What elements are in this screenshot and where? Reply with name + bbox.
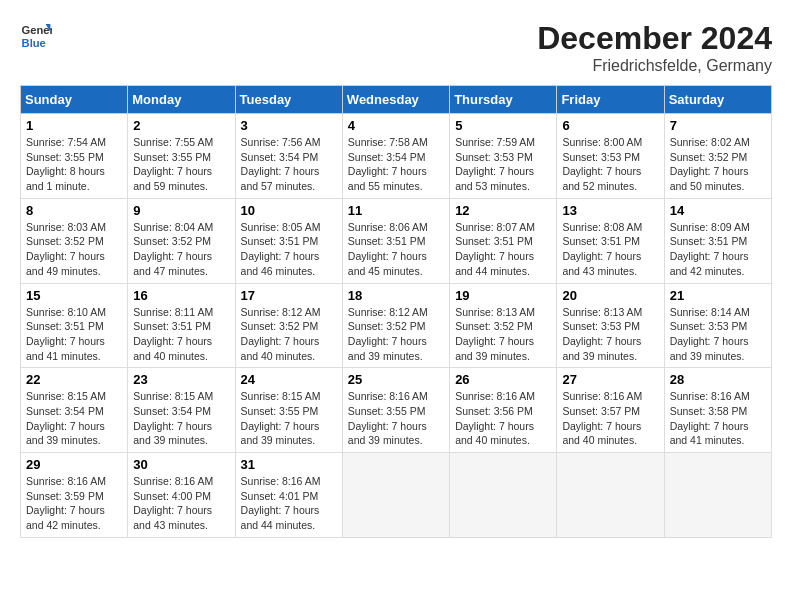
day-cell: 29Sunrise: 8:16 AMSunset: 3:59 PMDayligh… <box>21 453 128 538</box>
day-info: Sunrise: 8:13 AMSunset: 3:53 PMDaylight:… <box>562 306 642 362</box>
day-number: 27 <box>562 372 658 387</box>
day-info: Sunrise: 8:00 AMSunset: 3:53 PMDaylight:… <box>562 136 642 192</box>
day-cell: 11Sunrise: 8:06 AMSunset: 3:51 PMDayligh… <box>342 198 449 283</box>
day-cell: 10Sunrise: 8:05 AMSunset: 3:51 PMDayligh… <box>235 198 342 283</box>
day-info: Sunrise: 7:59 AMSunset: 3:53 PMDaylight:… <box>455 136 535 192</box>
day-number: 19 <box>455 288 551 303</box>
day-info: Sunrise: 8:16 AMSunset: 3:56 PMDaylight:… <box>455 390 535 446</box>
day-cell: 5Sunrise: 7:59 AMSunset: 3:53 PMDaylight… <box>450 114 557 199</box>
empty-cell <box>664 453 771 538</box>
day-number: 22 <box>26 372 122 387</box>
day-cell: 9Sunrise: 8:04 AMSunset: 3:52 PMDaylight… <box>128 198 235 283</box>
logo-icon: General Blue <box>20 20 52 52</box>
header-thursday: Thursday <box>450 86 557 114</box>
day-info: Sunrise: 8:12 AMSunset: 3:52 PMDaylight:… <box>348 306 428 362</box>
day-info: Sunrise: 7:56 AMSunset: 3:54 PMDaylight:… <box>241 136 321 192</box>
day-info: Sunrise: 8:15 AMSunset: 3:54 PMDaylight:… <box>133 390 213 446</box>
day-info: Sunrise: 8:12 AMSunset: 3:52 PMDaylight:… <box>241 306 321 362</box>
day-info: Sunrise: 8:08 AMSunset: 3:51 PMDaylight:… <box>562 221 642 277</box>
day-number: 29 <box>26 457 122 472</box>
day-number: 8 <box>26 203 122 218</box>
day-cell: 18Sunrise: 8:12 AMSunset: 3:52 PMDayligh… <box>342 283 449 368</box>
day-cell: 21Sunrise: 8:14 AMSunset: 3:53 PMDayligh… <box>664 283 771 368</box>
day-info: Sunrise: 7:55 AMSunset: 3:55 PMDaylight:… <box>133 136 213 192</box>
header-monday: Monday <box>128 86 235 114</box>
empty-cell <box>342 453 449 538</box>
day-info: Sunrise: 8:16 AMSunset: 3:57 PMDaylight:… <box>562 390 642 446</box>
day-cell: 19Sunrise: 8:13 AMSunset: 3:52 PMDayligh… <box>450 283 557 368</box>
header-sunday: Sunday <box>21 86 128 114</box>
day-cell: 13Sunrise: 8:08 AMSunset: 3:51 PMDayligh… <box>557 198 664 283</box>
day-cell: 24Sunrise: 8:15 AMSunset: 3:55 PMDayligh… <box>235 368 342 453</box>
day-cell: 25Sunrise: 8:16 AMSunset: 3:55 PMDayligh… <box>342 368 449 453</box>
calendar-week-row: 8Sunrise: 8:03 AMSunset: 3:52 PMDaylight… <box>21 198 772 283</box>
header-saturday: Saturday <box>664 86 771 114</box>
day-cell: 15Sunrise: 8:10 AMSunset: 3:51 PMDayligh… <box>21 283 128 368</box>
day-number: 5 <box>455 118 551 133</box>
day-info: Sunrise: 8:14 AMSunset: 3:53 PMDaylight:… <box>670 306 750 362</box>
day-cell: 14Sunrise: 8:09 AMSunset: 3:51 PMDayligh… <box>664 198 771 283</box>
day-number: 2 <box>133 118 229 133</box>
day-info: Sunrise: 8:13 AMSunset: 3:52 PMDaylight:… <box>455 306 535 362</box>
day-number: 24 <box>241 372 337 387</box>
day-number: 14 <box>670 203 766 218</box>
day-info: Sunrise: 8:15 AMSunset: 3:54 PMDaylight:… <box>26 390 106 446</box>
calendar-table: Sunday Monday Tuesday Wednesday Thursday… <box>20 85 772 538</box>
day-number: 18 <box>348 288 444 303</box>
day-cell: 1Sunrise: 7:54 AMSunset: 3:55 PMDaylight… <box>21 114 128 199</box>
day-info: Sunrise: 7:54 AMSunset: 3:55 PMDaylight:… <box>26 136 106 192</box>
day-info: Sunrise: 8:02 AMSunset: 3:52 PMDaylight:… <box>670 136 750 192</box>
day-cell: 12Sunrise: 8:07 AMSunset: 3:51 PMDayligh… <box>450 198 557 283</box>
day-info: Sunrise: 8:10 AMSunset: 3:51 PMDaylight:… <box>26 306 106 362</box>
day-number: 20 <box>562 288 658 303</box>
day-number: 31 <box>241 457 337 472</box>
calendar-week-row: 22Sunrise: 8:15 AMSunset: 3:54 PMDayligh… <box>21 368 772 453</box>
day-cell: 27Sunrise: 8:16 AMSunset: 3:57 PMDayligh… <box>557 368 664 453</box>
day-info: Sunrise: 8:06 AMSunset: 3:51 PMDaylight:… <box>348 221 428 277</box>
header-tuesday: Tuesday <box>235 86 342 114</box>
header-friday: Friday <box>557 86 664 114</box>
day-number: 3 <box>241 118 337 133</box>
calendar-week-row: 1Sunrise: 7:54 AMSunset: 3:55 PMDaylight… <box>21 114 772 199</box>
day-cell: 28Sunrise: 8:16 AMSunset: 3:58 PMDayligh… <box>664 368 771 453</box>
day-number: 7 <box>670 118 766 133</box>
day-info: Sunrise: 8:07 AMSunset: 3:51 PMDaylight:… <box>455 221 535 277</box>
day-cell: 2Sunrise: 7:55 AMSunset: 3:55 PMDaylight… <box>128 114 235 199</box>
day-cell: 20Sunrise: 8:13 AMSunset: 3:53 PMDayligh… <box>557 283 664 368</box>
day-number: 21 <box>670 288 766 303</box>
day-number: 6 <box>562 118 658 133</box>
day-info: Sunrise: 8:05 AMSunset: 3:51 PMDaylight:… <box>241 221 321 277</box>
day-cell: 6Sunrise: 8:00 AMSunset: 3:53 PMDaylight… <box>557 114 664 199</box>
day-info: Sunrise: 8:04 AMSunset: 3:52 PMDaylight:… <box>133 221 213 277</box>
day-cell: 30Sunrise: 8:16 AMSunset: 4:00 PMDayligh… <box>128 453 235 538</box>
day-number: 11 <box>348 203 444 218</box>
day-cell: 17Sunrise: 8:12 AMSunset: 3:52 PMDayligh… <box>235 283 342 368</box>
empty-cell <box>450 453 557 538</box>
day-number: 10 <box>241 203 337 218</box>
day-info: Sunrise: 7:58 AMSunset: 3:54 PMDaylight:… <box>348 136 428 192</box>
page-header: General Blue December 2024 Friedrichsfel… <box>20 20 772 75</box>
day-info: Sunrise: 8:16 AMSunset: 4:00 PMDaylight:… <box>133 475 213 531</box>
day-cell: 7Sunrise: 8:02 AMSunset: 3:52 PMDaylight… <box>664 114 771 199</box>
day-cell: 23Sunrise: 8:15 AMSunset: 3:54 PMDayligh… <box>128 368 235 453</box>
day-number: 25 <box>348 372 444 387</box>
day-cell: 3Sunrise: 7:56 AMSunset: 3:54 PMDaylight… <box>235 114 342 199</box>
day-info: Sunrise: 8:16 AMSunset: 3:58 PMDaylight:… <box>670 390 750 446</box>
calendar-week-row: 29Sunrise: 8:16 AMSunset: 3:59 PMDayligh… <box>21 453 772 538</box>
day-info: Sunrise: 8:15 AMSunset: 3:55 PMDaylight:… <box>241 390 321 446</box>
day-cell: 22Sunrise: 8:15 AMSunset: 3:54 PMDayligh… <box>21 368 128 453</box>
day-cell: 31Sunrise: 8:16 AMSunset: 4:01 PMDayligh… <box>235 453 342 538</box>
location-title: Friedrichsfelde, Germany <box>537 57 772 75</box>
day-number: 26 <box>455 372 551 387</box>
day-number: 12 <box>455 203 551 218</box>
day-number: 9 <box>133 203 229 218</box>
empty-cell <box>557 453 664 538</box>
day-cell: 26Sunrise: 8:16 AMSunset: 3:56 PMDayligh… <box>450 368 557 453</box>
header-wednesday: Wednesday <box>342 86 449 114</box>
day-number: 28 <box>670 372 766 387</box>
day-info: Sunrise: 8:16 AMSunset: 4:01 PMDaylight:… <box>241 475 321 531</box>
day-number: 15 <box>26 288 122 303</box>
day-cell: 8Sunrise: 8:03 AMSunset: 3:52 PMDaylight… <box>21 198 128 283</box>
month-title: December 2024 <box>537 20 772 57</box>
logo: General Blue <box>20 20 52 52</box>
